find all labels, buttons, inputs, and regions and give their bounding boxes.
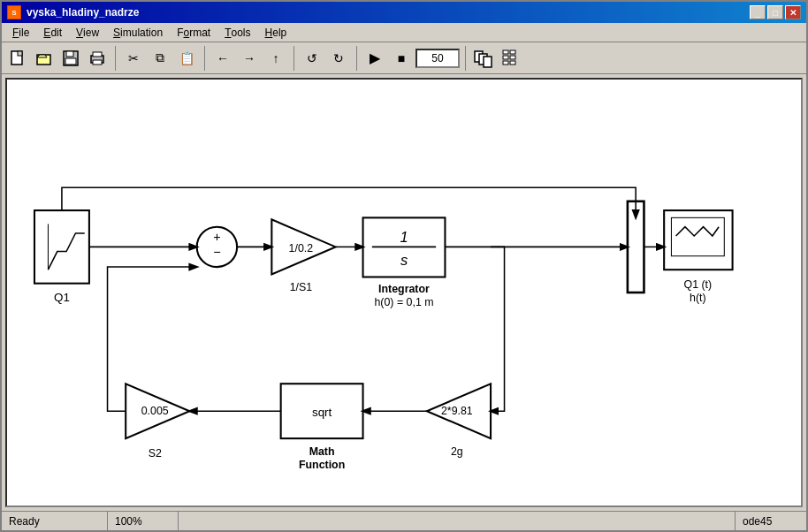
svg-rect-5 (65, 58, 76, 65)
play-button[interactable]: ▶ (362, 46, 387, 71)
rotate-right-button[interactable]: ↻ (326, 46, 351, 71)
svg-rect-18 (34, 210, 89, 284)
svg-text:−: − (213, 245, 220, 259)
svg-text:1/0.2: 1/0.2 (289, 242, 314, 255)
menu-tools[interactable]: Tools (217, 23, 257, 42)
svg-text:sqrt: sqrt (312, 406, 332, 419)
svg-text:h(t): h(t) (690, 292, 706, 304)
menu-simulation[interactable]: Simulation (106, 23, 170, 42)
svg-text:0.005: 0.005 (141, 405, 169, 417)
menu-edit[interactable]: Edit (36, 23, 69, 42)
svg-rect-7 (93, 52, 102, 57)
separator-2 (204, 46, 205, 71)
svg-rect-1 (18, 51, 22, 56)
svg-rect-12 (503, 50, 508, 54)
status-bar: Ready 100% ode45 (2, 511, 806, 530)
svg-text:2*9.81: 2*9.81 (441, 405, 473, 417)
svg-text:1/S1: 1/S1 (290, 281, 313, 293)
svg-rect-35 (671, 217, 724, 255)
title-bar-buttons: _ □ ✕ (750, 5, 801, 19)
rotate-left-button[interactable]: ↺ (300, 46, 324, 71)
status-solver: ode45 (736, 512, 806, 530)
svg-text:Q1: Q1 (54, 291, 70, 304)
undo-button[interactable]: ← (210, 46, 235, 71)
menu-file[interactable]: File (5, 23, 36, 42)
open-button[interactable] (32, 46, 57, 71)
svg-rect-17 (510, 61, 515, 65)
save-button[interactable] (58, 46, 83, 71)
title-bar: S vyska_hladiny_nadrze _ □ ✕ (2, 2, 806, 23)
svg-rect-11 (484, 57, 492, 67)
svg-text:+: + (213, 230, 220, 244)
menu-format[interactable]: Format (170, 23, 217, 42)
separator-5 (465, 46, 466, 71)
svg-rect-8 (93, 60, 102, 65)
menu-help[interactable]: Help (258, 23, 294, 42)
library-button[interactable] (471, 46, 496, 71)
close-button[interactable]: ✕ (785, 5, 801, 19)
status-zoom: 100% (108, 512, 179, 530)
svg-text:s: s (400, 252, 408, 268)
diagram-svg: Q1 + − 1/0.2 1/S1 1 s Integrator h(0) = … (7, 80, 801, 505)
svg-text:h(0) = 0,1 m: h(0) = 0,1 m (374, 296, 433, 308)
copy-button[interactable]: ⧉ (148, 46, 172, 71)
new-button[interactable] (5, 46, 30, 71)
print-button[interactable] (85, 46, 110, 71)
canvas-area[interactable]: Q1 + − 1/0.2 1/S1 1 s Integrator h(0) = … (5, 78, 803, 507)
redo-button[interactable]: → (237, 46, 262, 71)
sim-time-input[interactable]: 50 (415, 49, 460, 68)
menu-view[interactable]: View (69, 23, 106, 42)
separator-4 (356, 46, 357, 71)
app-icon: S (7, 5, 21, 19)
cut-button[interactable]: ✂ (121, 46, 146, 71)
svg-text:2g: 2g (451, 445, 463, 458)
separator-1 (115, 46, 116, 71)
maximize-button[interactable]: □ (767, 5, 783, 19)
svg-rect-4 (66, 51, 73, 57)
separator-3 (293, 46, 294, 71)
svg-text:S2: S2 (149, 447, 162, 460)
title-bar-left: S vyska_hladiny_nadrze (7, 5, 139, 19)
svg-text:Integrator: Integrator (378, 283, 430, 295)
minimize-button[interactable]: _ (750, 5, 766, 19)
window-title: vyska_hladiny_nadrze (27, 6, 139, 19)
svg-rect-16 (503, 61, 508, 65)
svg-text:Function: Function (299, 459, 345, 471)
svg-rect-13 (510, 50, 515, 54)
main-window: S vyska_hladiny_nadrze _ □ ✕ File Edit V… (0, 0, 808, 532)
svg-text:Q1 (t): Q1 (t) (684, 278, 713, 291)
svg-rect-15 (510, 56, 515, 59)
status-ready: Ready (2, 512, 108, 530)
paste-button[interactable]: 📋 (174, 46, 199, 71)
stop-button[interactable]: ■ (389, 46, 414, 71)
menu-bar: File Edit View Simulation Format Tools H… (2, 23, 806, 42)
status-middle (179, 512, 736, 530)
svg-text:Math: Math (309, 445, 335, 458)
svg-rect-14 (503, 56, 508, 59)
svg-text:1: 1 (400, 229, 408, 245)
toolbar: ✂ ⧉ 📋 ← → ↑ ↺ ↻ ▶ ■ 50 (2, 42, 806, 74)
up-button[interactable]: ↑ (263, 46, 288, 71)
debug-button[interactable] (498, 46, 522, 71)
